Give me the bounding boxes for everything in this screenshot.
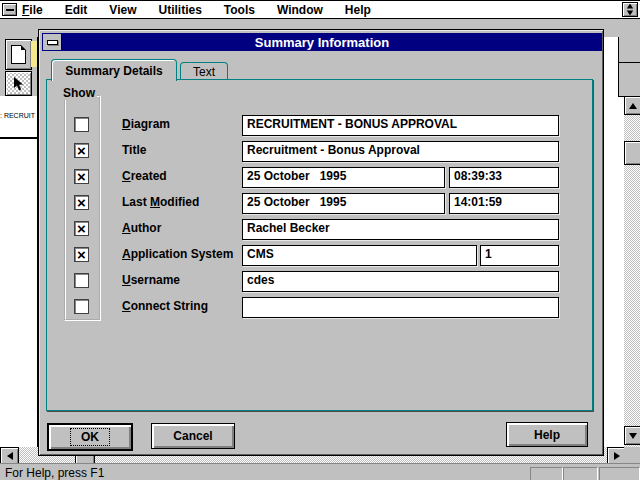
created-checkbox[interactable]: × (74, 169, 89, 184)
label-pre: Last (122, 195, 150, 209)
palette-divider (618, 62, 640, 63)
scroll-down-button[interactable] (624, 426, 640, 445)
help-button[interactable]: Help (506, 422, 588, 447)
menu-items: File Edit View Utilities Tools Window He… (22, 3, 371, 17)
application-system-name-field[interactable]: CMS (242, 245, 477, 266)
field-value: 08:39:33 (454, 169, 502, 183)
ok-button[interactable]: OK (47, 423, 133, 451)
tab-label: Summary Details (65, 64, 162, 78)
child-system-menu-icon (6, 9, 14, 11)
scrollbar-corner (624, 447, 640, 463)
author-field[interactable]: Rachel Becker (242, 219, 559, 240)
field-value: Recruitment - Bonus Approval (247, 143, 420, 157)
arrow-down-icon (629, 433, 637, 439)
status-panel-1 (530, 467, 563, 480)
menu-view[interactable]: View (109, 3, 136, 17)
dialog-titlebar[interactable]: Summary Information (42, 33, 602, 51)
application-system-label: Application System (122, 247, 233, 261)
diagram-canvas-right (604, 37, 624, 447)
application-system-checkbox[interactable]: × (74, 247, 89, 262)
username-field[interactable]: cdes (242, 271, 559, 292)
dialog-title: Summary Information (42, 35, 602, 50)
diagram-field[interactable]: RECRUITMENT - BONUS APPROVAL (242, 115, 559, 136)
label-mnemonic: M (150, 195, 160, 209)
help-button-label: Help (534, 428, 560, 442)
tab-label: Text (193, 65, 215, 79)
diagram-checkbox[interactable] (74, 117, 89, 132)
author-checkbox[interactable]: × (74, 221, 89, 236)
created-label: Created (122, 169, 167, 183)
label-mnemonic: C (122, 169, 131, 183)
new-diagram-button[interactable] (5, 39, 32, 70)
menu-tools[interactable]: Tools (224, 3, 255, 17)
menubar: File Edit View Utilities Tools Window He… (0, 1, 640, 19)
label-mnemonic: A (122, 221, 131, 235)
menu-utilities[interactable]: Utilities (159, 3, 202, 17)
field-value: 25 October 1995 (247, 195, 346, 209)
last-modified-checkbox[interactable]: × (74, 195, 89, 210)
summary-information-dialog: Summary Information Summary Details Text… (38, 29, 604, 456)
connect-string-checkbox[interactable] (74, 299, 89, 314)
field-value: 14:01:59 (454, 195, 502, 209)
cancel-button-label: Cancel (173, 429, 212, 443)
label-mnemonic: U (122, 273, 131, 287)
arrow-right-icon (614, 452, 620, 460)
vertical-scroll-thumb[interactable] (624, 141, 640, 165)
label-post: Title (122, 143, 146, 157)
fragment-line: : RECRUIT (0, 112, 37, 120)
checkmark: × (77, 223, 86, 234)
label-mnemonic: A (122, 247, 131, 261)
arrow-left-icon (7, 452, 13, 460)
arrow-up-icon (629, 103, 637, 109)
username-checkbox[interactable] (74, 273, 89, 288)
application-system-version-field[interactable]: 1 (480, 245, 559, 266)
field-value: 1 (485, 247, 492, 261)
statusbar: For Help, press F1 (0, 463, 640, 480)
username-label: Username (122, 273, 180, 287)
menu-window[interactable]: Window (277, 3, 323, 17)
pointer-tool-button[interactable] (5, 71, 32, 96)
open-tool-button-sliver[interactable] (31, 41, 37, 67)
child-system-menu-button[interactable] (2, 3, 17, 16)
label-post: iagram (131, 117, 170, 131)
label-post: pplication System (131, 247, 234, 261)
new-document-icon (11, 45, 26, 64)
connect-string-label: Connect String (122, 299, 208, 313)
checkmark: × (77, 197, 86, 208)
label-post: sername (131, 273, 180, 287)
last-modified-date-field[interactable]: 25 October 1995 (242, 193, 445, 214)
checkmark: × (77, 249, 86, 260)
child-restore-down-icon (627, 11, 633, 16)
pointer-icon (13, 77, 25, 91)
menu-help[interactable]: Help (345, 3, 371, 17)
label-mnemonic: D (122, 117, 131, 131)
menu-edit[interactable]: Edit (65, 3, 88, 17)
status-panel-3 (599, 467, 640, 480)
title-checkbox[interactable]: × (74, 143, 89, 158)
created-time-field[interactable]: 08:39:33 (449, 167, 559, 188)
checkmark: × (77, 171, 86, 182)
vertical-scrollbar[interactable] (624, 96, 640, 447)
label-post: odified (160, 195, 199, 209)
label-post: onnect String (131, 299, 208, 313)
scroll-up-button[interactable] (624, 96, 640, 115)
created-date-field[interactable]: 25 October 1995 (242, 167, 445, 188)
palette-block (618, 37, 640, 97)
last-modified-time-field[interactable]: 14:01:59 (449, 193, 559, 214)
menu-file[interactable]: File (22, 3, 43, 17)
connect-string-field[interactable] (242, 297, 559, 318)
show-group-label: Show (61, 86, 97, 100)
field-value: cdes (247, 273, 274, 287)
field-value: 25 October 1995 (247, 169, 346, 183)
ok-button-label: OK (70, 428, 110, 446)
field-value: RECRUITMENT - BONUS APPROVAL (247, 117, 457, 131)
tab-summary-details[interactable]: Summary Details (51, 59, 177, 81)
diagram-text-fragments: : RECRUIT e created: e last modi hor: Ra… (0, 96, 37, 139)
toolbar: : RECRUIT e created: e last modi hor: Ra… (0, 37, 38, 447)
label-post: uthor (131, 221, 162, 235)
child-restore-button[interactable] (622, 2, 638, 17)
checkmark: × (77, 145, 86, 156)
cancel-button[interactable]: Cancel (151, 423, 235, 449)
title-field[interactable]: Recruitment - Bonus Approval (242, 141, 559, 162)
label-post: reated (131, 169, 167, 183)
